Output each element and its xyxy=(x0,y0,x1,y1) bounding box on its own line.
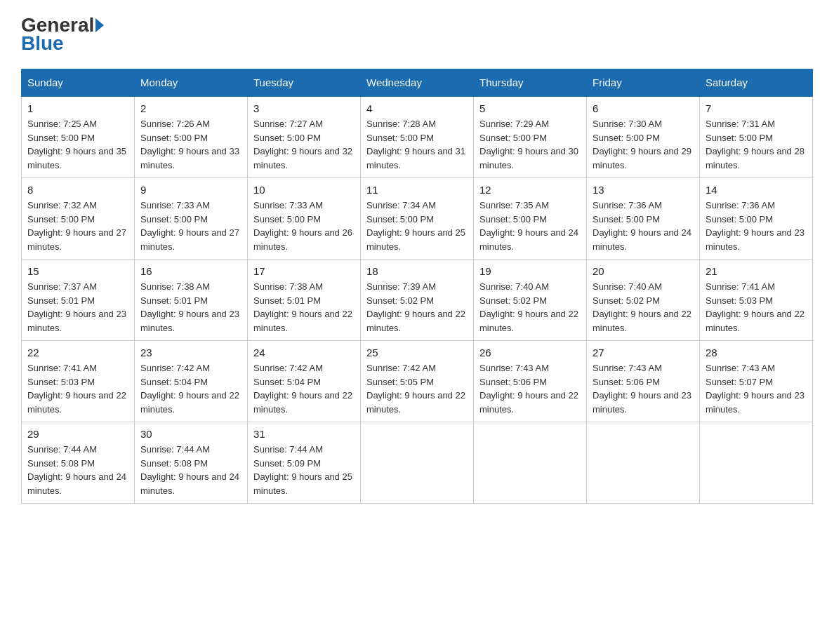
calendar-cell: 11 Sunrise: 7:34 AM Sunset: 5:00 PM Dayl… xyxy=(361,178,474,260)
header-day-thursday: Thursday xyxy=(474,69,587,97)
calendar-cell: 3 Sunrise: 7:27 AM Sunset: 5:00 PM Dayli… xyxy=(248,96,361,178)
sunrise-label: Sunrise: 7:43 AM xyxy=(593,363,662,373)
sunrise-label: Sunrise: 7:44 AM xyxy=(140,444,210,455)
sunrise-label: Sunrise: 7:40 AM xyxy=(593,281,662,292)
day-number: 21 xyxy=(706,265,807,277)
day-number: 22 xyxy=(27,347,128,358)
sunrise-label: Sunrise: 7:38 AM xyxy=(140,281,210,292)
day-info: Sunrise: 7:32 AM Sunset: 5:00 PM Dayligh… xyxy=(27,199,128,253)
day-info: Sunrise: 7:42 AM Sunset: 5:05 PM Dayligh… xyxy=(366,361,468,416)
day-number: 20 xyxy=(593,265,694,277)
day-info: Sunrise: 7:28 AM Sunset: 5:00 PM Dayligh… xyxy=(366,117,468,172)
sunrise-label: Sunrise: 7:36 AM xyxy=(593,200,662,210)
sunrise-label: Sunrise: 7:38 AM xyxy=(253,281,323,292)
calendar-cell: 15 Sunrise: 7:37 AM Sunset: 5:01 PM Dayl… xyxy=(22,260,135,341)
daylight-label: Daylight: 9 hours and 22 minutes. xyxy=(706,309,805,333)
daylight-label: Daylight: 9 hours and 25 minutes. xyxy=(253,471,352,496)
day-number: 18 xyxy=(366,265,468,277)
day-number: 3 xyxy=(253,102,355,114)
sunrise-label: Sunrise: 7:39 AM xyxy=(366,281,436,292)
day-info: Sunrise: 7:27 AM Sunset: 5:00 PM Dayligh… xyxy=(253,117,355,172)
sunrise-label: Sunrise: 7:42 AM xyxy=(140,363,210,373)
calendar-cell: 14 Sunrise: 7:36 AM Sunset: 5:00 PM Dayl… xyxy=(700,178,813,260)
day-info: Sunrise: 7:38 AM Sunset: 5:01 PM Dayligh… xyxy=(140,280,241,335)
day-info: Sunrise: 7:41 AM Sunset: 5:03 PM Dayligh… xyxy=(27,361,128,416)
sunrise-label: Sunrise: 7:29 AM xyxy=(479,119,549,129)
day-number: 10 xyxy=(253,184,355,196)
day-info: Sunrise: 7:42 AM Sunset: 5:04 PM Dayligh… xyxy=(140,361,241,416)
daylight-label: Daylight: 9 hours and 22 minutes. xyxy=(140,390,239,415)
day-info: Sunrise: 7:36 AM Sunset: 5:00 PM Dayligh… xyxy=(593,199,694,253)
header-day-sunday: Sunday xyxy=(22,69,135,97)
day-info: Sunrise: 7:39 AM Sunset: 5:02 PM Dayligh… xyxy=(366,280,468,335)
calendar-cell: 21 Sunrise: 7:41 AM Sunset: 5:03 PM Dayl… xyxy=(700,260,813,341)
sunset-label: Sunset: 5:07 PM xyxy=(706,377,773,387)
calendar-cell: 16 Sunrise: 7:38 AM Sunset: 5:01 PM Dayl… xyxy=(135,260,248,341)
calendar-cell: 27 Sunrise: 7:43 AM Sunset: 5:06 PM Dayl… xyxy=(587,341,700,422)
day-number: 5 xyxy=(479,102,581,114)
sunset-label: Sunset: 5:00 PM xyxy=(479,214,547,224)
daylight-label: Daylight: 9 hours and 22 minutes. xyxy=(479,309,578,333)
calendar-week-row: 29 Sunrise: 7:44 AM Sunset: 5:08 PM Dayl… xyxy=(22,422,813,504)
sunset-label: Sunset: 5:04 PM xyxy=(140,377,208,387)
daylight-label: Daylight: 9 hours and 22 minutes. xyxy=(366,309,465,333)
daylight-label: Daylight: 9 hours and 27 minutes. xyxy=(140,227,239,252)
day-info: Sunrise: 7:36 AM Sunset: 5:00 PM Dayligh… xyxy=(706,199,807,253)
calendar-week-row: 1 Sunrise: 7:25 AM Sunset: 5:00 PM Dayli… xyxy=(22,96,813,178)
header-row: SundayMondayTuesdayWednesdayThursdayFrid… xyxy=(22,69,813,97)
sunrise-label: Sunrise: 7:33 AM xyxy=(140,200,210,210)
calendar-cell: 31 Sunrise: 7:44 AM Sunset: 5:09 PM Dayl… xyxy=(248,422,361,504)
calendar-week-row: 8 Sunrise: 7:32 AM Sunset: 5:00 PM Dayli… xyxy=(22,178,813,260)
day-number: 23 xyxy=(140,347,241,358)
page-header: General Blue xyxy=(21,14,813,55)
sunset-label: Sunset: 5:01 PM xyxy=(253,295,321,306)
header-day-wednesday: Wednesday xyxy=(361,69,474,97)
daylight-label: Daylight: 9 hours and 31 minutes. xyxy=(366,146,465,170)
sunset-label: Sunset: 5:03 PM xyxy=(27,377,95,387)
sunrise-label: Sunrise: 7:41 AM xyxy=(706,281,775,292)
calendar-cell: 24 Sunrise: 7:42 AM Sunset: 5:04 PM Dayl… xyxy=(248,341,361,422)
calendar-cell: 23 Sunrise: 7:42 AM Sunset: 5:04 PM Dayl… xyxy=(135,341,248,422)
sunset-label: Sunset: 5:00 PM xyxy=(366,133,434,143)
sunset-label: Sunset: 5:00 PM xyxy=(593,214,660,224)
day-info: Sunrise: 7:40 AM Sunset: 5:02 PM Dayligh… xyxy=(593,280,694,335)
calendar-cell: 29 Sunrise: 7:44 AM Sunset: 5:08 PM Dayl… xyxy=(22,422,135,504)
calendar-cell: 2 Sunrise: 7:26 AM Sunset: 5:00 PM Dayli… xyxy=(135,96,248,178)
day-number: 28 xyxy=(706,347,807,358)
sunset-label: Sunset: 5:00 PM xyxy=(27,214,95,224)
sunrise-label: Sunrise: 7:36 AM xyxy=(706,200,775,210)
day-info: Sunrise: 7:43 AM Sunset: 5:06 PM Dayligh… xyxy=(593,361,694,416)
day-info: Sunrise: 7:38 AM Sunset: 5:01 PM Dayligh… xyxy=(253,280,355,335)
calendar-cell: 26 Sunrise: 7:43 AM Sunset: 5:06 PM Dayl… xyxy=(474,341,587,422)
day-number: 6 xyxy=(593,102,694,114)
sunrise-label: Sunrise: 7:26 AM xyxy=(140,119,210,129)
daylight-label: Daylight: 9 hours and 33 minutes. xyxy=(140,146,239,170)
sunset-label: Sunset: 5:09 PM xyxy=(253,458,321,469)
day-number: 11 xyxy=(366,184,468,196)
sunrise-label: Sunrise: 7:35 AM xyxy=(479,200,549,210)
calendar-cell: 30 Sunrise: 7:44 AM Sunset: 5:08 PM Dayl… xyxy=(135,422,248,504)
day-info: Sunrise: 7:26 AM Sunset: 5:00 PM Dayligh… xyxy=(140,117,241,172)
daylight-label: Daylight: 9 hours and 22 minutes. xyxy=(253,309,352,333)
sunrise-label: Sunrise: 7:37 AM xyxy=(27,281,97,292)
day-number: 12 xyxy=(479,184,581,196)
day-number: 16 xyxy=(140,265,241,277)
sunrise-label: Sunrise: 7:41 AM xyxy=(27,363,97,373)
sunset-label: Sunset: 5:04 PM xyxy=(253,377,321,387)
sunset-label: Sunset: 5:00 PM xyxy=(706,133,773,143)
day-info: Sunrise: 7:37 AM Sunset: 5:01 PM Dayligh… xyxy=(27,280,128,335)
day-number: 14 xyxy=(706,184,807,196)
sunrise-label: Sunrise: 7:28 AM xyxy=(366,119,436,129)
logo-blue-text: Blue xyxy=(21,32,64,55)
day-info: Sunrise: 7:44 AM Sunset: 5:08 PM Dayligh… xyxy=(140,443,241,497)
day-number: 13 xyxy=(593,184,694,196)
header-day-monday: Monday xyxy=(135,69,248,97)
day-number: 1 xyxy=(27,102,128,114)
header-day-tuesday: Tuesday xyxy=(248,69,361,97)
sunrise-label: Sunrise: 7:42 AM xyxy=(253,363,323,373)
daylight-label: Daylight: 9 hours and 23 minutes. xyxy=(706,227,805,252)
sunset-label: Sunset: 5:01 PM xyxy=(140,295,208,306)
daylight-label: Daylight: 9 hours and 35 minutes. xyxy=(27,146,126,170)
day-number: 17 xyxy=(253,265,355,277)
calendar-cell: 4 Sunrise: 7:28 AM Sunset: 5:00 PM Dayli… xyxy=(361,96,474,178)
